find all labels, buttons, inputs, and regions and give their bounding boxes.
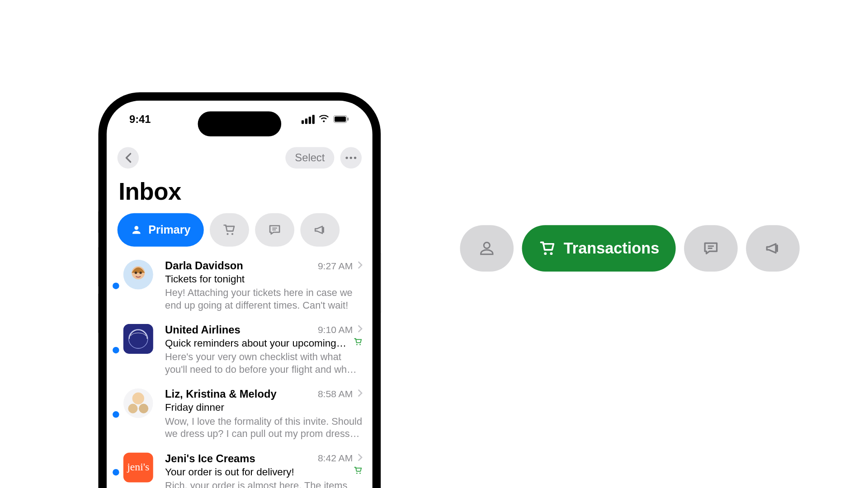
unread-dot-icon: [113, 282, 119, 289]
chat-icon: [702, 239, 720, 258]
category-tabs: Primary: [107, 211, 373, 252]
email-time: 9:27 AM: [318, 261, 353, 272]
email-row[interactable]: jeni's Jeni's Ice Creams 8:42 AM Your or…: [107, 446, 373, 488]
avatar: jeni's: [123, 452, 153, 482]
avatar: [123, 388, 153, 418]
phone-side-button: [98, 211, 99, 233]
tab-promotions[interactable]: [300, 213, 340, 247]
email-list: Darla Davidson 9:27 AM Tickets for tonig…: [107, 251, 373, 488]
email-sender: Liz, Kristina & Melody: [165, 388, 313, 401]
email-sender: Jeni's Ice Creams: [165, 452, 313, 465]
tab-updates[interactable]: [255, 213, 294, 247]
select-label: Select: [295, 151, 325, 164]
wifi-icon: [318, 115, 330, 123]
cart-tag-icon: [354, 337, 363, 349]
iphone-frame: 9:41: [98, 92, 381, 488]
svg-point-17: [359, 344, 361, 345]
avatar: [123, 260, 153, 290]
megaphone-icon: [764, 239, 782, 258]
phone-volume-up: [98, 247, 99, 286]
category-pills-detail: Transactions: [460, 225, 800, 272]
status-time: 9:41: [129, 113, 151, 126]
phone-volume-down: [98, 294, 99, 333]
svg-point-7: [231, 233, 233, 235]
svg-point-20: [128, 404, 137, 413]
svg-point-6: [226, 233, 228, 235]
svg-point-21: [139, 404, 148, 413]
email-subject: Tickets for tonight: [165, 273, 363, 285]
pill-transactions-label: Transactions: [564, 239, 659, 258]
battery-icon: [333, 115, 350, 123]
email-subject: Your order is out for delivery!: [165, 466, 350, 478]
cellular-icon: [302, 115, 315, 124]
svg-point-12: [135, 272, 137, 274]
person-icon: [478, 239, 496, 258]
chevron-right-icon: [358, 453, 363, 464]
pill-transactions[interactable]: Transactions: [522, 225, 676, 272]
email-row[interactable]: Liz, Kristina & Melody 8:58 AM Friday di…: [107, 382, 373, 446]
email-row[interactable]: United Airlines 9:10 AM Quick reminders …: [107, 318, 373, 382]
chat-icon: [267, 223, 282, 237]
email-preview: Rich, your order is almost here. The ite…: [165, 479, 363, 488]
cart-icon: [538, 239, 557, 258]
phone-screen: 9:41: [107, 101, 373, 488]
ellipsis-icon: [345, 156, 357, 160]
pill-primary[interactable]: [460, 225, 514, 272]
svg-rect-1: [335, 117, 346, 122]
unread-dot-icon: [113, 347, 119, 353]
svg-point-24: [544, 252, 547, 255]
email-preview: Here's your very own checklist with what…: [165, 351, 363, 376]
svg-point-3: [345, 157, 348, 159]
svg-point-13: [139, 272, 142, 274]
email-time: 9:10 AM: [318, 325, 353, 336]
svg-point-19: [132, 392, 144, 404]
unread-dot-icon: [113, 411, 119, 418]
email-preview: Wow, I love the formality of this invite…: [165, 415, 363, 441]
svg-point-5: [354, 157, 356, 159]
svg-point-25: [550, 252, 553, 255]
email-time: 8:58 AM: [318, 389, 353, 400]
unread-dot-icon: [113, 469, 119, 475]
mail-toolbar: Select: [107, 144, 373, 172]
chevron-right-icon: [358, 389, 363, 400]
chevron-left-icon: [124, 152, 132, 163]
tab-transactions[interactable]: [210, 213, 249, 247]
email-row[interactable]: Darla Davidson 9:27 AM Tickets for tonig…: [107, 253, 373, 318]
svg-rect-14: [123, 324, 153, 354]
pill-promotions[interactable]: [746, 225, 800, 272]
pill-updates[interactable]: [684, 225, 738, 272]
page-title: Inbox: [107, 172, 373, 211]
email-subject: Friday dinner: [165, 402, 363, 413]
chevron-right-icon: [358, 261, 363, 272]
cart-icon: [222, 223, 236, 237]
svg-point-16: [356, 344, 358, 345]
email-preview: Hey! Attaching your tickets here in case…: [165, 286, 363, 312]
svg-rect-2: [347, 117, 349, 121]
megaphone-icon: [313, 223, 327, 237]
cart-tag-icon: [354, 465, 363, 477]
phone-power-button: [380, 253, 381, 313]
email-subject: Quick reminders about your upcoming…: [165, 338, 350, 349]
tab-primary[interactable]: Primary: [118, 213, 204, 247]
svg-point-23: [359, 473, 361, 474]
svg-point-4: [350, 157, 352, 159]
chevron-right-icon: [358, 325, 363, 336]
select-button[interactable]: Select: [285, 147, 334, 169]
person-icon: [131, 224, 142, 236]
avatar: [123, 324, 153, 354]
svg-point-22: [356, 473, 358, 474]
more-button[interactable]: [340, 147, 362, 169]
tab-primary-label: Primary: [148, 223, 190, 236]
back-button[interactable]: [118, 147, 139, 169]
dynamic-island: [198, 111, 282, 136]
email-time: 8:42 AM: [318, 453, 353, 464]
email-sender: United Airlines: [165, 324, 313, 337]
email-sender: Darla Davidson: [165, 260, 313, 272]
